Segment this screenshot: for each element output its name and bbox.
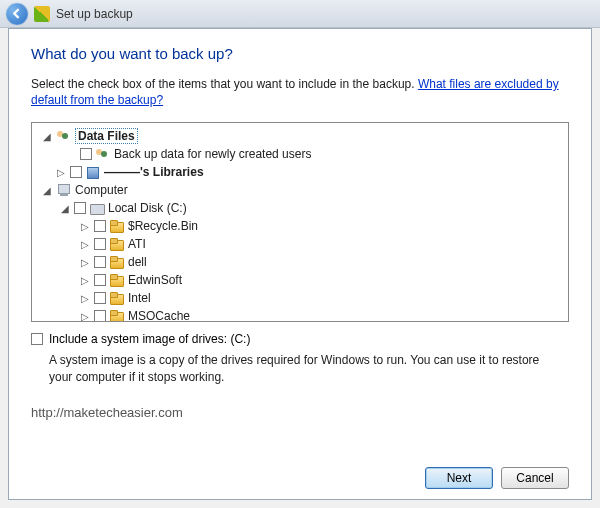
expand-icon[interactable]: ▷ xyxy=(79,238,91,250)
tree-node-local-disk[interactable]: ◢ Local Disk (C:) xyxy=(34,199,566,217)
tree-node-folder[interactable]: ▷ EdwinSoft xyxy=(34,271,566,289)
node-label: Local Disk (C:) xyxy=(108,201,187,215)
node-label: MSOCache xyxy=(128,309,190,322)
app-icon xyxy=(34,6,50,22)
checkbox[interactable] xyxy=(80,148,92,160)
back-button[interactable] xyxy=(6,3,28,25)
node-label: Computer xyxy=(75,183,128,197)
checkbox[interactable] xyxy=(94,238,106,250)
checkbox[interactable] xyxy=(94,220,106,232)
collapse-icon[interactable]: ◢ xyxy=(41,184,53,196)
folder-icon xyxy=(109,291,125,305)
node-label: ———'s Libraries xyxy=(104,165,204,179)
people-icon xyxy=(56,129,72,143)
tree-node-folder[interactable]: ▷ MSOCache xyxy=(34,307,566,322)
next-button[interactable]: Next xyxy=(425,467,493,489)
checkbox[interactable] xyxy=(94,256,106,268)
tree-node-folder[interactable]: ▷ ATI xyxy=(34,235,566,253)
people-icon xyxy=(95,147,111,161)
checkbox[interactable] xyxy=(94,274,106,286)
wizard-footer: Next Cancel xyxy=(31,457,569,489)
node-label: $Recycle.Bin xyxy=(128,219,198,233)
libraries-icon xyxy=(85,165,101,179)
watermark: http://maketecheasier.com xyxy=(31,405,569,420)
titlebar: Set up backup xyxy=(0,0,600,28)
system-image-label: Include a system image of drives: (C:) xyxy=(49,332,250,346)
system-image-checkbox[interactable] xyxy=(31,333,43,345)
backup-items-tree[interactable]: ◢ Data Files Back up data for newly crea… xyxy=(31,122,569,322)
expand-icon[interactable]: ▷ xyxy=(79,310,91,322)
folder-icon xyxy=(109,237,125,251)
collapse-icon[interactable]: ◢ xyxy=(41,130,53,142)
cancel-button[interactable]: Cancel xyxy=(501,467,569,489)
node-label: EdwinSoft xyxy=(128,273,182,287)
node-label: dell xyxy=(128,255,147,269)
expand-icon[interactable]: ▷ xyxy=(55,166,67,178)
checkbox[interactable] xyxy=(70,166,82,178)
intro-paragraph: Select the check box of the items that y… xyxy=(31,76,569,108)
node-label: Back up data for newly created users xyxy=(114,147,311,161)
system-image-description: A system image is a copy of the drives r… xyxy=(49,352,559,384)
checkbox[interactable] xyxy=(94,292,106,304)
computer-icon xyxy=(56,183,72,197)
expand-icon[interactable]: ▷ xyxy=(79,274,91,286)
folder-icon xyxy=(109,219,125,233)
tree-node-folder[interactable]: ▷ dell xyxy=(34,253,566,271)
checkbox[interactable] xyxy=(94,310,106,322)
tree-node-new-users[interactable]: Back up data for newly created users xyxy=(34,145,566,163)
wizard-page: What do you want to back up? Select the … xyxy=(8,28,592,500)
window-title: Set up backup xyxy=(56,7,133,21)
folder-icon xyxy=(109,309,125,322)
tree-node-folder[interactable]: ▷ $Recycle.Bin xyxy=(34,217,566,235)
disk-icon xyxy=(89,201,105,215)
collapse-icon[interactable]: ◢ xyxy=(59,202,71,214)
system-image-section: Include a system image of drives: (C:) A… xyxy=(31,332,569,384)
tree-node-computer[interactable]: ◢ Computer xyxy=(34,181,566,199)
tree-node-user-libraries[interactable]: ▷ ———'s Libraries xyxy=(34,163,566,181)
node-label: Intel xyxy=(128,291,151,305)
node-label: Data Files xyxy=(75,128,138,144)
tree-node-data-files[interactable]: ◢ Data Files xyxy=(34,127,566,145)
folder-icon xyxy=(109,273,125,287)
tree-node-folder[interactable]: ▷ Intel xyxy=(34,289,566,307)
checkbox[interactable] xyxy=(74,202,86,214)
intro-text: Select the check box of the items that y… xyxy=(31,77,418,91)
node-label: ATI xyxy=(128,237,146,251)
expand-icon[interactable]: ▷ xyxy=(79,292,91,304)
expand-icon[interactable]: ▷ xyxy=(79,256,91,268)
folder-icon xyxy=(109,255,125,269)
expand-icon[interactable]: ▷ xyxy=(79,220,91,232)
page-heading: What do you want to back up? xyxy=(31,45,569,62)
